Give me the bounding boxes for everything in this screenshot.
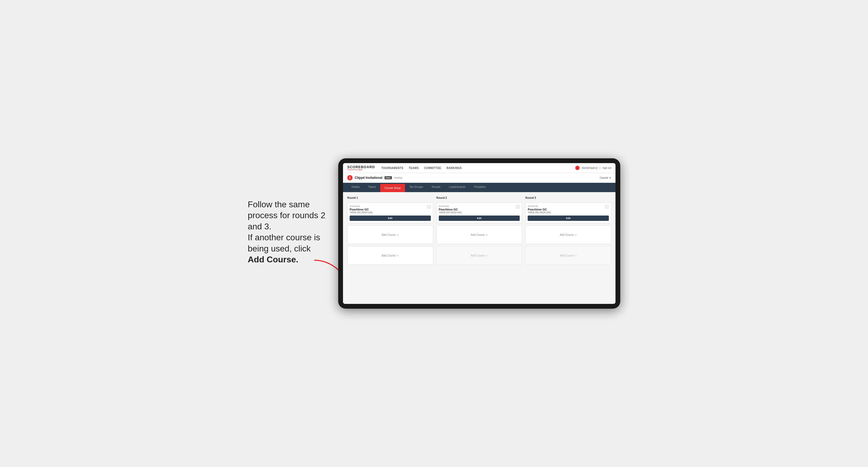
round-3-course-card: (Course A) Peachtree GC Yellow (M) (6629… xyxy=(525,203,611,223)
tabs-bar: Details Teams Course Setup Tee Groups Re… xyxy=(343,183,616,192)
scoreboard-logo: SCOREBOARD Powered by clippd xyxy=(347,165,375,170)
top-nav-right: blair@clippd.io | Sign out xyxy=(575,166,611,170)
round-2-add-course-1-plus-icon: + xyxy=(486,233,488,237)
tab-teams[interactable]: Teams xyxy=(364,183,380,192)
round-2-course-tag: (Course A) xyxy=(439,205,462,207)
round-2-course-name: Peachtree GC xyxy=(439,208,462,211)
round-2-course-card: (Course A) Peachtree GC Yellow (M) (6629… xyxy=(436,203,522,223)
round-1-course-tag: (Course A) xyxy=(350,205,373,207)
round-2-add-course-2: Add Course + xyxy=(436,246,522,265)
event-gender-badge: Men xyxy=(384,176,392,179)
round-2-add-course-2-plus-icon: + xyxy=(486,254,488,257)
round-1-course-name: Peachtree GC xyxy=(350,208,373,211)
round-2-course-detail: Yellow (M) (6629 yds) xyxy=(439,211,462,214)
logo-title: SCOREBOARD xyxy=(347,165,375,169)
logo-sub: Powered by clippd xyxy=(347,169,375,170)
round-1-add-course-2-plus-icon: + xyxy=(397,254,399,257)
event-logo: C xyxy=(347,175,352,180)
top-nav: SCOREBOARD Powered by clippd TOURNAMENTS… xyxy=(343,163,616,173)
tab-tee-groups[interactable]: Tee Groups xyxy=(405,183,427,192)
tab-printables[interactable]: Printables xyxy=(470,183,490,192)
instruction-bold: Add Course. xyxy=(248,255,298,264)
round-1-course-header: (Course A) Peachtree GC Yellow (M) (6629… xyxy=(350,205,431,215)
rounds-grid: Round 1 (Course A) Peachtree GC Yellow (… xyxy=(347,196,611,265)
nav-committee[interactable]: COMMITTEE xyxy=(424,166,441,169)
round-2-remove-button[interactable]: □ xyxy=(516,205,520,209)
user-avatar xyxy=(575,166,580,170)
round-1-add-course-2-label: Add Course xyxy=(381,254,396,257)
round-1-course-detail: Yellow (M) (6629 yds) xyxy=(350,211,373,214)
round-3-edit-button[interactable]: Edit xyxy=(528,216,609,221)
cancel-button[interactable]: Cancel ✕ xyxy=(600,177,611,179)
round-2-add-course-1-label: Add Course xyxy=(471,234,485,236)
event-bar-left: C Clippd Invitational Men Hosting xyxy=(347,175,402,180)
event-hosting-label: Hosting xyxy=(394,177,402,179)
round-3-course-detail: Yellow (M) (6629 yds) xyxy=(528,211,551,214)
round-1-add-course-1-plus-icon: + xyxy=(397,233,399,237)
round-2-column: Round 2 (Course A) Peachtree GC Yellow (… xyxy=(436,196,522,265)
event-name: Clippd Invitational xyxy=(355,176,382,180)
round-1-course-card: (Course A) Peachtree GC Yellow (M) (6629… xyxy=(347,203,433,223)
round-3-label: Round 3 xyxy=(525,196,611,199)
round-1-remove-button[interactable]: □ xyxy=(427,205,431,209)
round-1-column: Round 1 (Course A) Peachtree GC Yellow (… xyxy=(347,196,433,265)
round-1-label: Round 1 xyxy=(347,196,433,199)
round-3-course-header: (Course A) Peachtree GC Yellow (M) (6629… xyxy=(528,205,609,215)
round-3-course-tag: (Course A) xyxy=(528,205,551,207)
nav-teams[interactable]: TEAMS xyxy=(409,166,419,169)
round-3-add-course-2-label: Add Course xyxy=(560,254,574,257)
page-wrapper: Follow the same process for rounds 2 and… xyxy=(248,158,620,309)
round-2-add-course-2-label: Add Course xyxy=(471,254,485,257)
round-3-course-name: Peachtree GC xyxy=(528,208,551,211)
round-3-add-course-1[interactable]: Add Course + xyxy=(525,225,611,244)
round-1-add-course-2[interactable]: Add Course + xyxy=(347,246,433,265)
top-nav-links: TOURNAMENTS TEAMS COMMITTEE RANKINGS xyxy=(381,166,569,169)
nav-rankings[interactable]: RANKINGS xyxy=(446,166,462,169)
round-3-column: Round 3 (Course A) Peachtree GC Yellow (… xyxy=(525,196,611,265)
round-1-edit-button[interactable]: Edit xyxy=(350,216,431,221)
round-3-add-course-2: Add Course + xyxy=(525,246,611,265)
user-email: blair@clippd.io xyxy=(582,166,597,169)
sign-out-link[interactable]: Sign out xyxy=(602,166,611,169)
round-1-add-course-1-label: Add Course xyxy=(381,234,396,236)
round-3-add-course-2-plus-icon: + xyxy=(575,254,577,257)
round-2-label: Round 2 xyxy=(436,196,522,199)
event-bar: C Clippd Invitational Men Hosting Cancel… xyxy=(343,173,616,183)
tablet-frame: SCOREBOARD Powered by clippd TOURNAMENTS… xyxy=(338,158,620,309)
tab-details[interactable]: Details xyxy=(347,183,364,192)
round-2-add-course-1[interactable]: Add Course + xyxy=(436,225,522,244)
round-3-add-course-1-plus-icon: + xyxy=(575,233,577,237)
round-2-course-header: (Course A) Peachtree GC Yellow (M) (6629… xyxy=(439,205,520,215)
content-area: Round 1 (Course A) Peachtree GC Yellow (… xyxy=(343,192,616,304)
separator: | xyxy=(600,166,600,169)
round-3-remove-button[interactable]: □ xyxy=(605,205,609,209)
round-3-add-course-1-label: Add Course xyxy=(560,234,574,236)
round-1-add-course-1[interactable]: Add Course + xyxy=(347,225,433,244)
tab-leaderboards[interactable]: Leaderboards xyxy=(445,183,470,192)
round-2-edit-button[interactable]: Edit xyxy=(439,216,520,221)
nav-tournaments[interactable]: TOURNAMENTS xyxy=(381,166,403,169)
instruction-section: Follow the same process for rounds 2 and… xyxy=(248,199,328,268)
cancel-icon: ✕ xyxy=(609,177,611,179)
tablet-screen: SCOREBOARD Powered by clippd TOURNAMENTS… xyxy=(343,163,616,304)
tab-results[interactable]: Results xyxy=(427,183,445,192)
tab-course-setup[interactable]: Course Setup xyxy=(380,184,405,192)
